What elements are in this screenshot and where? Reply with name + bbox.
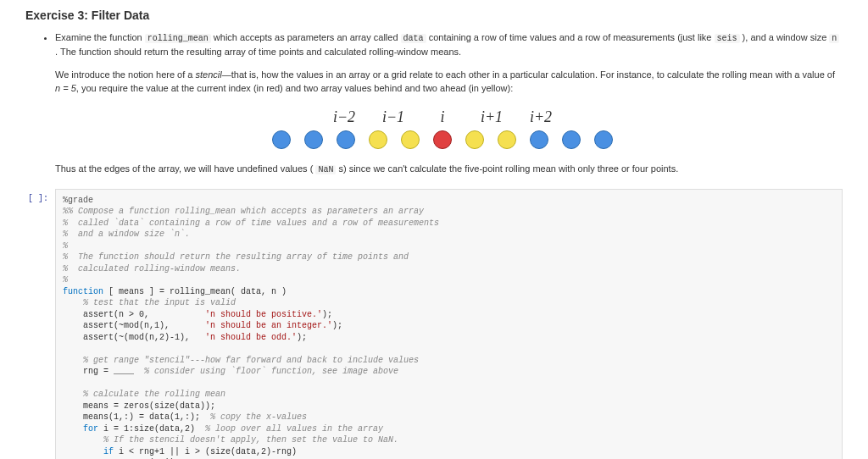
l: ); bbox=[297, 333, 307, 342]
l: assert(~mod(n,1), bbox=[63, 321, 205, 330]
l: ); bbox=[322, 310, 332, 319]
stencil-paragraph: We introduce the notion here of a stenci… bbox=[55, 68, 843, 96]
s: 'n should be odd.' bbox=[205, 333, 297, 342]
l: % loop over all values in the array bbox=[205, 424, 383, 434]
circle-blue bbox=[272, 130, 291, 149]
circle-yellow bbox=[498, 130, 516, 149]
t: Thus at the edges of the array, we will … bbox=[55, 163, 315, 174]
circle-blue bbox=[304, 130, 323, 149]
l: i < rng+1 || i > (size(data,2)-rng) bbox=[114, 447, 297, 456]
code-n: n bbox=[829, 34, 839, 43]
l: [ means ] = rolling_mean( data, n ) bbox=[103, 287, 287, 296]
circle-red bbox=[433, 130, 452, 149]
l: % If the stencil doesn't apply, then set… bbox=[63, 435, 398, 445]
l: % called `data` containing a row of time… bbox=[63, 218, 439, 228]
circle-blue bbox=[562, 130, 581, 149]
l: means = zeros(size(data)); bbox=[63, 401, 215, 411]
bullet-item: Examine the function rolling_mean which … bbox=[55, 30, 843, 59]
code-rolling-mean: rolling_mean bbox=[145, 34, 211, 43]
l: % consider using `floor` function, see i… bbox=[144, 367, 398, 376]
l: ); bbox=[332, 321, 342, 330]
stencil-diagram: i−2 i−1 i i+1 i+2 bbox=[42, 108, 843, 149]
l: % calculated rolling-window means. bbox=[63, 264, 241, 274]
t: containing a row of time values and a ro… bbox=[426, 32, 715, 42]
l: % calculate the rolling mean bbox=[63, 390, 225, 399]
lbl-im1: i−1 bbox=[381, 108, 406, 126]
edges-paragraph: Thus at the edges of the array, we will … bbox=[55, 162, 843, 176]
kw: if bbox=[63, 447, 114, 456]
circle-blue bbox=[337, 130, 355, 149]
l: assert(n > 0, bbox=[63, 310, 205, 319]
code-seis: seis bbox=[715, 34, 740, 43]
l: rng = ____ bbox=[63, 367, 144, 376]
l: % bbox=[63, 275, 68, 285]
t: s) since we can't calculate the five-poi… bbox=[336, 163, 678, 174]
circle-yellow bbox=[369, 130, 387, 149]
t: which accepts as parameters an array cal… bbox=[211, 32, 401, 42]
lbl-ip1: i+1 bbox=[479, 108, 504, 126]
l: % bbox=[63, 241, 68, 251]
stencil-circles bbox=[42, 130, 843, 149]
s: 'n should be positive.' bbox=[205, 310, 322, 319]
l: %grade bbox=[63, 196, 93, 205]
l: % copy the x-values bbox=[210, 412, 307, 422]
l: means(1,:) = data(1,:); bbox=[63, 412, 210, 422]
stencil-term: stencil bbox=[196, 69, 222, 80]
s: 'n should be an integer.' bbox=[205, 321, 332, 330]
t: We introduce the notion here of a bbox=[55, 69, 196, 80]
lbl-im2: i−2 bbox=[331, 108, 357, 126]
code-data: data bbox=[401, 34, 426, 43]
l: assert(~(mod(n,2)-1), bbox=[63, 333, 205, 342]
l: % get range "stencil"---how far forward … bbox=[63, 356, 419, 365]
l: % and a window size `n`. bbox=[63, 230, 190, 239]
circle-blue bbox=[594, 130, 613, 149]
circle-yellow bbox=[465, 130, 484, 149]
kw: function bbox=[63, 287, 103, 296]
code-cell[interactable]: %grade %% Compose a function rolling_mea… bbox=[55, 189, 843, 460]
stencil-labels: i−2 i−1 i i+1 i+2 bbox=[42, 108, 843, 126]
l: % test that the input is valid bbox=[63, 298, 236, 307]
circle-blue bbox=[530, 130, 548, 149]
content-block: Examine the function rolling_mean which … bbox=[42, 30, 843, 176]
t: ), and a window size bbox=[740, 32, 830, 42]
kw: for bbox=[63, 424, 98, 434]
code-cell-wrapper: [ ]: %grade %% Compose a function rollin… bbox=[25, 189, 843, 460]
l: %% Compose a function rolling_mean which… bbox=[63, 207, 424, 216]
lbl-i: i bbox=[430, 108, 455, 126]
t: . The function should return the resulti… bbox=[55, 47, 461, 57]
l: % The function should return the resulti… bbox=[63, 252, 409, 262]
n-equals-5: n = 5 bbox=[55, 83, 76, 93]
exercise-heading: Exercise 3: Filter Data bbox=[25, 8, 843, 22]
t: , you require the value at the current i… bbox=[76, 83, 513, 93]
cell-prompt: [ ]: bbox=[25, 189, 55, 460]
t: —that is, how the values in an array or … bbox=[222, 69, 835, 80]
lbl-ip2: i+2 bbox=[528, 108, 554, 126]
circle-yellow bbox=[401, 130, 420, 149]
l: i = 1:size(data,2) bbox=[98, 424, 205, 434]
code-nan: NaN bbox=[315, 165, 336, 174]
t: Examine the function bbox=[55, 32, 145, 42]
